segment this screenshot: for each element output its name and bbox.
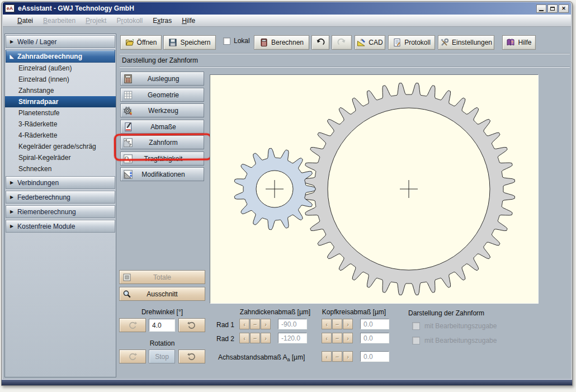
spinner-right-button[interactable]: ›: [343, 351, 353, 362]
hilfe-button[interactable]: ? Hilfe: [502, 35, 536, 50]
rotation-label: Rotation: [119, 339, 205, 347]
speichern-button[interactable]: Speichern: [163, 35, 216, 50]
rad2-kopfkreis-input[interactable]: [360, 333, 389, 343]
expanded-triangle-icon: ◣: [6, 54, 17, 59]
collapsed-triangle-icon: ▶: [6, 39, 17, 44]
maximize-button[interactable]: [547, 4, 558, 13]
oeffnen-button[interactable]: Öffnen: [120, 35, 162, 50]
cad-button[interactable]: CAD: [355, 35, 385, 50]
rotation-cw-button[interactable]: [178, 350, 205, 363]
rotate-ccw-button[interactable]: [119, 318, 146, 332]
lokal-checkbox[interactable]: [223, 37, 230, 45]
rad2-zahndicken-input[interactable]: [278, 333, 307, 343]
drehwinkel-label: Drehwinkel [°]: [119, 308, 205, 316]
sidebar-item-einzelrad-au-en[interactable]: Einzelrad (außen): [5, 63, 116, 74]
spinner-minus-button[interactable]: −: [332, 351, 342, 362]
protokoll-button[interactable]: Protokoll: [388, 35, 435, 50]
redo-button[interactable]: [332, 35, 352, 50]
zahndicken-header: Zahndickenabmaß [µm]: [234, 308, 317, 316]
spinner-minus-button[interactable]: −: [332, 319, 342, 329]
drehwinkel-input[interactable]: [149, 319, 175, 332]
kopfkreis-header: Kopfkreisabmaß [µm]: [317, 308, 391, 316]
menu-item-projekt[interactable]: Projekt: [81, 16, 111, 26]
totale-label: Totale: [153, 273, 171, 281]
collapsed-triangle-icon: ▶: [6, 224, 17, 229]
rad1-kopfkreis-input[interactable]: [360, 319, 389, 329]
window-bottom-frame: [2, 379, 572, 385]
einstellungen-button[interactable]: Einstellungen: [438, 35, 494, 50]
abma-e-label: Abmaße: [135, 123, 191, 131]
rotate-cw-button[interactable]: [178, 318, 205, 332]
spinner-right-button[interactable]: ›: [343, 333, 353, 343]
sidebar-item-3-r-derkette[interactable]: 3-Räderkette: [5, 119, 116, 130]
close-button[interactable]: ✕: [559, 4, 569, 13]
rad2-kopfkreis-spinner: ‹−›: [322, 333, 353, 343]
sidebar-item-einzelrad-innen[interactable]: Einzelrad (innen): [5, 74, 116, 85]
rotation-ccw-button[interactable]: [119, 350, 146, 363]
abma-e-button[interactable]: Abmaße: [120, 120, 204, 134]
sidebar-item-spiral-kegelr-der[interactable]: Spiral-Kegelräder: [5, 152, 116, 163]
sidebar-item-planetenstufe[interactable]: Planetenstufe: [5, 107, 116, 119]
bearbeitungszugabe-checkbox-2[interactable]: [412, 337, 420, 344]
spinner-right-button[interactable]: ›: [261, 333, 271, 343]
spinner-left-button[interactable]: ‹: [239, 333, 249, 343]
sidebar-item-schnecken[interactable]: Schnecken: [5, 163, 116, 174]
menu-item-hilfe[interactable]: Hilfe: [177, 16, 200, 26]
tools-icon: [440, 38, 449, 47]
menu-item-bearbeiten[interactable]: Bearbeiten: [38, 16, 81, 26]
sidebar-item-4-r-derkette[interactable]: 4-Räderkette: [5, 130, 116, 141]
spinner-left-button[interactable]: ‹: [322, 319, 332, 329]
sidebar-section-zahnradberechnung[interactable]: ◣Zahnradberechnung: [6, 50, 115, 63]
werkzeug-button[interactable]: Werkzeug: [120, 103, 204, 117]
tragf-higkeit-label: Tragfähigkeit: [135, 155, 191, 163]
bearbeitungszugabe-row-1: mit Bearbeitungszugabe: [412, 322, 497, 330]
spinner-minus-button[interactable]: −: [332, 333, 342, 343]
sidebar-item-kegelr-der-gerade-schr-g[interactable]: Kegelräder gerade/schräg: [5, 141, 116, 152]
sidebar-section-kostenfreie-module[interactable]: ▶Kostenfreie Module: [6, 220, 115, 233]
totale-icon: [122, 273, 131, 282]
calculator-icon: [259, 38, 268, 47]
zahnform-button[interactable]: Zahnform: [120, 135, 204, 149]
undo-button[interactable]: [311, 35, 329, 50]
svg-text:?: ?: [511, 40, 513, 44]
spinner-left-button[interactable]: ‹: [239, 319, 249, 329]
modifikationen-label: Modifikationen: [135, 171, 191, 178]
auslegung-button[interactable]: Auslegung: [120, 72, 204, 86]
menu-item-protokoll[interactable]: Protokoll: [111, 16, 148, 26]
sidebar-section-federberechnung[interactable]: ▶Federberechnung: [6, 191, 115, 204]
tragf-higkeit-button[interactable]: OxTragfähigkeit: [120, 152, 204, 166]
bearbeitungszugabe-checkbox-1[interactable]: [412, 322, 420, 330]
totale-button[interactable]: Totale: [119, 270, 205, 284]
achsabstand-input[interactable]: [360, 351, 389, 362]
spinner-left-button[interactable]: ‹: [322, 333, 332, 343]
svg-text:O: O: [125, 155, 129, 162]
sidebar-section-riemenberechnung[interactable]: ▶Riemenberechnung: [6, 205, 115, 218]
sidebar-item-stirnradpaar[interactable]: Stirnradpaar: [5, 96, 116, 107]
ausschnitt-button[interactable]: Ausschnitt: [119, 287, 205, 301]
sidebar-section-verbindungen[interactable]: ▶Verbindungen: [6, 176, 115, 189]
spinner-right-button[interactable]: ›: [343, 319, 353, 329]
lokal-checkbox-group: Lokal: [223, 37, 250, 45]
modifikationen-button[interactable]: Modifikationen: [120, 167, 204, 181]
zahnform-label: Zahnform: [135, 139, 191, 147]
rotate-ccw-icon: [128, 352, 137, 361]
sidebar-item-zahnstange[interactable]: Zahnstange: [5, 85, 116, 96]
spinner-right-button[interactable]: ›: [261, 319, 271, 329]
grid-icon: [123, 90, 133, 100]
display-options-header: Darstellung der Zahnform: [408, 309, 484, 317]
menu-item-extras[interactable]: Extras: [148, 16, 177, 26]
spinner-minus-button[interactable]: −: [250, 333, 260, 343]
app-icon: eA: [5, 4, 15, 12]
menu-item-datei[interactable]: Datei: [12, 16, 38, 26]
spinner-minus-button[interactable]: −: [250, 319, 260, 329]
close-icon: ✕: [561, 6, 566, 11]
minimize-button[interactable]: [536, 4, 546, 13]
rad1-zahndicken-input[interactable]: [278, 319, 307, 329]
geometrie-button[interactable]: Geometrie: [120, 88, 204, 102]
spinner-left-button[interactable]: ‹: [322, 351, 332, 362]
speichern-label: Speichern: [180, 39, 210, 46]
berechnen-button[interactable]: Berechnen: [254, 35, 309, 50]
gear-view-canvas[interactable]: [210, 74, 539, 304]
sidebar-section-welle-lager[interactable]: ▶Welle / Lager: [6, 35, 115, 48]
stop-button[interactable]: Stop: [149, 350, 175, 363]
